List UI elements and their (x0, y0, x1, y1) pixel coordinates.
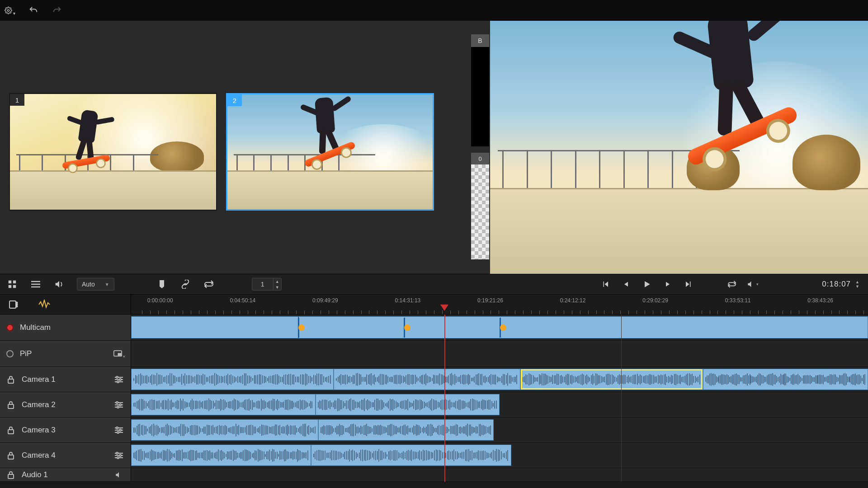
video-clip[interactable] (703, 369, 868, 390)
svg-rect-21 (8, 404, 14, 408)
spinner-down-icon[interactable]: ▼ (274, 284, 281, 290)
video-clip[interactable] (316, 394, 500, 415)
waveform-mode-icon[interactable] (38, 298, 51, 311)
track-settings-icon[interactable] (113, 425, 124, 436)
track-lane-multicam[interactable] (131, 314, 868, 340)
pip-display-icon[interactable]: ▾ (113, 348, 124, 359)
clip-marker[interactable] (500, 318, 506, 338)
track-lane-pip[interactable] (131, 341, 868, 366)
marker-icon[interactable] (156, 278, 168, 290)
ruler-tick: 0:09:49:29 (312, 297, 338, 304)
next-frame-icon[interactable] (662, 278, 674, 290)
track-lane-audio[interactable] (131, 468, 868, 481)
video-clip[interactable] (334, 369, 520, 390)
multicam-clip[interactable] (131, 316, 868, 338)
meter-label-b: B (471, 34, 489, 47)
ruler-tick: 0:19:21:26 (477, 297, 503, 304)
track-head-pip[interactable]: PiP ▾ (0, 341, 131, 366)
video-clip[interactable] (318, 419, 494, 441)
video-clip[interactable] (131, 394, 316, 415)
timecode-display[interactable]: 0:18:07 ▲▼ (822, 280, 860, 289)
track-lane-camera[interactable] (131, 392, 868, 417)
meter-black-box (471, 47, 489, 146)
track-lane-camera[interactable] (131, 443, 868, 468)
track-head-camera[interactable]: Camera 2 (0, 392, 131, 417)
play-icon[interactable] (641, 278, 653, 290)
track-multicam: Multicam (0, 314, 868, 341)
lock-icon[interactable] (6, 400, 15, 409)
settings-gear-icon[interactable]: ▾ (5, 5, 15, 16)
track-lane-camera[interactable] (131, 418, 868, 442)
timeline-header: 0:00:00:000:04:50:140:09:49:290:14:31:13… (0, 295, 868, 314)
clip-marker[interactable] (404, 318, 410, 338)
redo-icon[interactable] (52, 5, 62, 16)
spinner-value: 1 (252, 281, 273, 288)
link-icon[interactable] (179, 278, 191, 290)
tc-up-icon[interactable]: ▲ (855, 280, 860, 284)
timeline-ruler[interactable]: 0:00:00:000:04:50:140:09:49:290:14:31:13… (131, 295, 868, 314)
track-settings-icon[interactable] (113, 450, 124, 461)
track-settings-icon[interactable] (113, 374, 124, 385)
tc-down-icon[interactable]: ▼ (855, 284, 860, 289)
mute-icon[interactable]: ▾ (747, 278, 759, 290)
track-camera-3: Camera 3 (0, 418, 868, 443)
track-label: Camera 3 (22, 426, 56, 435)
svg-point-25 (116, 402, 118, 404)
track-head-camera[interactable]: Camera 1 (0, 367, 131, 392)
video-clip[interactable] (520, 369, 703, 390)
track-camera-2: Camera 2 (0, 392, 868, 418)
svg-point-41 (117, 457, 119, 459)
ruler-tick: 0:04:50:14 (230, 297, 255, 304)
loop-icon[interactable] (203, 278, 215, 290)
loop-playback-icon[interactable] (726, 278, 738, 290)
video-clip[interactable] (131, 445, 311, 466)
track-options-icon[interactable] (7, 298, 20, 311)
track-audio-1: Audio 1 (0, 468, 868, 482)
undo-icon[interactable] (28, 5, 39, 16)
meter-label-zero: 0 (471, 153, 489, 164)
program-monitor[interactable] (490, 21, 868, 274)
svg-rect-1 (9, 281, 11, 283)
spinner-up-icon[interactable]: ▲ (274, 278, 281, 284)
zoom-fit-dropdown[interactable]: Auto▼ (77, 278, 114, 291)
volume-icon[interactable] (53, 278, 65, 290)
track-head-audio[interactable]: Audio 1 (0, 468, 131, 481)
go-start-icon[interactable] (599, 278, 611, 290)
video-clip[interactable] (311, 445, 511, 466)
prev-frame-icon[interactable] (620, 278, 632, 290)
svg-rect-3 (9, 285, 11, 288)
value-spinner[interactable]: 1 ▲▼ (252, 278, 282, 291)
video-clip[interactable] (131, 419, 318, 441)
track-head-camera[interactable]: Camera 3 (0, 418, 131, 442)
svg-point-19 (119, 379, 121, 380)
record-dot-icon[interactable] (6, 324, 14, 331)
lock-icon[interactable] (6, 426, 15, 435)
lock-icon[interactable] (6, 375, 15, 384)
track-label: Multicam (20, 323, 51, 332)
track-label: Audio 1 (22, 470, 48, 479)
track-lane-camera[interactable] (131, 367, 868, 392)
source-thumb-1[interactable]: 1 (9, 93, 217, 211)
ruler-tick: 0:14:31:13 (395, 297, 421, 304)
track-head-camera[interactable]: Camera 4 (0, 443, 131, 468)
source-thumb-2[interactable]: 2 (226, 93, 434, 211)
ruler-tick: 0:38:43:26 (807, 297, 833, 304)
track-volume-icon[interactable] (113, 469, 124, 480)
lock-icon[interactable] (6, 451, 15, 460)
track-head-multicam[interactable]: Multicam (0, 314, 131, 340)
svg-point-34 (117, 432, 119, 433)
playhead-handle[interactable] (440, 305, 448, 311)
lock-icon[interactable] (6, 470, 15, 479)
radio-empty-icon[interactable] (6, 350, 14, 357)
svg-point-11 (16, 305, 18, 307)
list-view-icon[interactable] (30, 278, 42, 290)
svg-rect-8 (9, 301, 16, 308)
track-settings-icon[interactable] (113, 399, 124, 410)
svg-rect-28 (8, 430, 14, 434)
transport-controls: ▾ 0:18:07 ▲▼ (490, 278, 868, 290)
clip-marker[interactable] (298, 318, 305, 338)
go-end-icon[interactable] (683, 278, 694, 290)
track-camera-1: Camera 1 (0, 367, 868, 392)
video-clip[interactable] (131, 369, 334, 390)
grid-view-icon[interactable] (6, 278, 18, 290)
